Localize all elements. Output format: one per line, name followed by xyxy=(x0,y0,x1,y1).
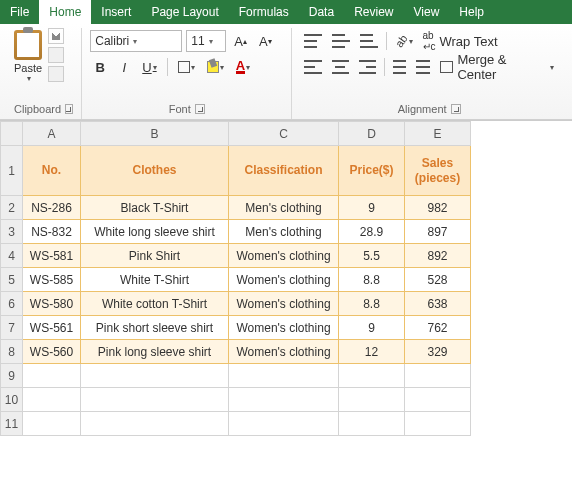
row-header[interactable]: 9 xyxy=(1,364,23,388)
copy-button[interactable] xyxy=(48,47,64,63)
cell[interactable]: Women's clothing xyxy=(229,316,339,340)
borders-button[interactable]: ▾ xyxy=(174,56,199,78)
cell[interactable]: Women's clothing xyxy=(229,292,339,316)
cell[interactable]: White T-Shirt xyxy=(81,268,229,292)
increase-indent-button[interactable] xyxy=(412,56,433,78)
font-size-combo[interactable]: 11▾ xyxy=(186,30,226,52)
cell[interactable]: Men's clothing xyxy=(229,220,339,244)
underline-button[interactable]: U▾ xyxy=(138,56,160,78)
cell[interactable] xyxy=(405,364,471,388)
cell[interactable]: Women's clothing xyxy=(229,244,339,268)
row-header[interactable]: 1 xyxy=(1,146,23,196)
cell[interactable] xyxy=(23,364,81,388)
cell[interactable]: 897 xyxy=(405,220,471,244)
row-header[interactable]: 7 xyxy=(1,316,23,340)
col-header-E[interactable]: E xyxy=(405,122,471,146)
cell[interactable] xyxy=(405,412,471,436)
row-header[interactable]: 4 xyxy=(1,244,23,268)
cell[interactable]: WS-560 xyxy=(23,340,81,364)
cell[interactable]: WS-581 xyxy=(23,244,81,268)
cell[interactable]: 329 xyxy=(405,340,471,364)
fill-color-button[interactable]: ▾ xyxy=(203,56,228,78)
row-header[interactable]: 3 xyxy=(1,220,23,244)
cell[interactable]: White cotton T-Shirt xyxy=(81,292,229,316)
tab-data[interactable]: Data xyxy=(299,0,344,24)
cell[interactable]: NS-286 xyxy=(23,196,81,220)
cell[interactable]: 528 xyxy=(405,268,471,292)
decrease-indent-button[interactable] xyxy=(389,56,410,78)
row-header[interactable]: 8 xyxy=(1,340,23,364)
format-painter-button[interactable] xyxy=(48,66,64,82)
tab-home[interactable]: Home xyxy=(39,0,91,24)
select-all-corner[interactable] xyxy=(1,122,23,146)
merge-center-button[interactable]: Merge & Center▾ xyxy=(436,56,558,78)
cell[interactable]: Women's clothing xyxy=(229,268,339,292)
increase-font-button[interactable]: A▴ xyxy=(230,30,251,52)
cell[interactable] xyxy=(229,412,339,436)
cell[interactable]: 8.8 xyxy=(339,268,405,292)
tab-help[interactable]: Help xyxy=(449,0,494,24)
cell[interactable]: 5.5 xyxy=(339,244,405,268)
row-header[interactable]: 5 xyxy=(1,268,23,292)
cell[interactable]: Men's clothing xyxy=(229,196,339,220)
bold-button[interactable]: B xyxy=(90,56,110,78)
font-name-combo[interactable]: Calibri▾ xyxy=(90,30,182,52)
align-bottom-button[interactable] xyxy=(356,30,382,52)
table-header-cell[interactable]: Clothes xyxy=(81,146,229,196)
cell[interactable]: 982 xyxy=(405,196,471,220)
cell[interactable] xyxy=(81,412,229,436)
cell[interactable]: Pink Shirt xyxy=(81,244,229,268)
cell[interactable]: 9 xyxy=(339,316,405,340)
table-header-cell[interactable]: Sales (pieces) xyxy=(405,146,471,196)
cell[interactable]: 638 xyxy=(405,292,471,316)
align-right-button[interactable] xyxy=(355,56,380,78)
tab-insert[interactable]: Insert xyxy=(91,0,141,24)
cell[interactable]: WS-585 xyxy=(23,268,81,292)
cell[interactable]: White long sleeve shirt xyxy=(81,220,229,244)
cell[interactable]: WS-580 xyxy=(23,292,81,316)
row-header[interactable]: 10 xyxy=(1,388,23,412)
align-left-button[interactable] xyxy=(300,56,325,78)
wrap-text-button[interactable]: ab↵cWrap Text xyxy=(419,30,509,52)
cell[interactable]: 12 xyxy=(339,340,405,364)
col-header-B[interactable]: B xyxy=(81,122,229,146)
font-color-button[interactable]: A▾ xyxy=(232,56,254,78)
col-header-C[interactable]: C xyxy=(229,122,339,146)
paste-button[interactable]: Paste ▾ xyxy=(14,28,42,83)
tab-formulas[interactable]: Formulas xyxy=(229,0,299,24)
italic-button[interactable]: I xyxy=(114,56,134,78)
alignment-expander[interactable] xyxy=(451,104,461,114)
cell[interactable]: 762 xyxy=(405,316,471,340)
tab-file[interactable]: File xyxy=(0,0,39,24)
clipboard-expander[interactable] xyxy=(65,104,73,114)
cell[interactable] xyxy=(229,364,339,388)
font-expander[interactable] xyxy=(195,104,205,114)
cell[interactable] xyxy=(229,388,339,412)
tab-page-layout[interactable]: Page Layout xyxy=(141,0,228,24)
cell[interactable] xyxy=(23,412,81,436)
cell[interactable]: 8.8 xyxy=(339,292,405,316)
cell[interactable]: WS-561 xyxy=(23,316,81,340)
align-middle-button[interactable] xyxy=(328,30,354,52)
cut-button[interactable] xyxy=(48,28,64,44)
align-top-button[interactable] xyxy=(300,30,326,52)
cell[interactable]: 28.9 xyxy=(339,220,405,244)
tab-review[interactable]: Review xyxy=(344,0,403,24)
cell[interactable] xyxy=(339,364,405,388)
align-center-button[interactable] xyxy=(328,56,353,78)
tab-view[interactable]: View xyxy=(404,0,450,24)
col-header-D[interactable]: D xyxy=(339,122,405,146)
row-header[interactable]: 2 xyxy=(1,196,23,220)
cell[interactable] xyxy=(339,412,405,436)
cell[interactable]: Women's clothing xyxy=(229,340,339,364)
table-header-cell[interactable]: No. xyxy=(23,146,81,196)
col-header-A[interactable]: A xyxy=(23,122,81,146)
cell[interactable]: 9 xyxy=(339,196,405,220)
row-header[interactable]: 11 xyxy=(1,412,23,436)
table-header-cell[interactable]: Price($) xyxy=(339,146,405,196)
cell[interactable]: Pink short sleeve shirt xyxy=(81,316,229,340)
decrease-font-button[interactable]: A▾ xyxy=(255,30,276,52)
cell[interactable]: Pink long sleeve shirt xyxy=(81,340,229,364)
cell[interactable] xyxy=(23,388,81,412)
orientation-button[interactable]: ab▾ xyxy=(391,30,416,52)
